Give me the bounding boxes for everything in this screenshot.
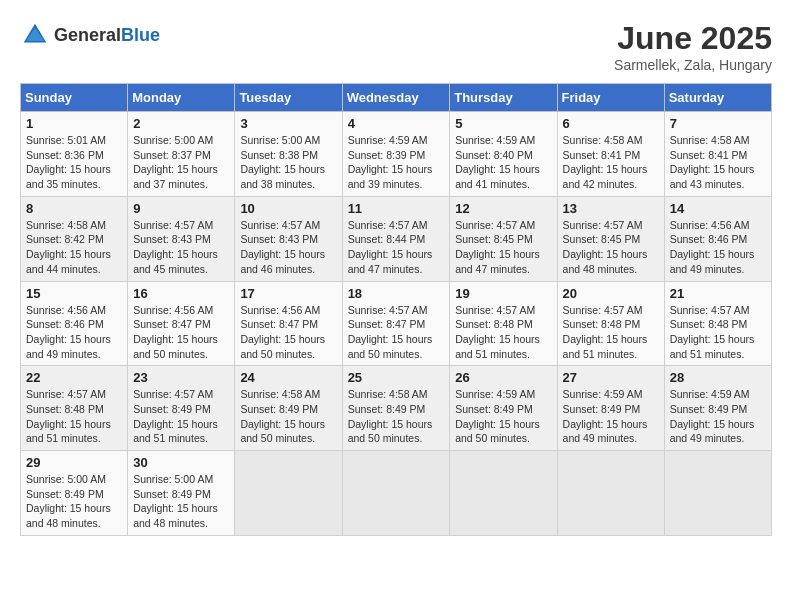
calendar-day-cell: 12 Sunrise: 4:57 AM Sunset: 8:45 PM Dayl… xyxy=(450,196,557,281)
day-number: 15 xyxy=(26,286,122,301)
month-title: June 2025 xyxy=(614,20,772,57)
day-of-week-header: Sunday xyxy=(21,84,128,112)
day-number: 1 xyxy=(26,116,122,131)
day-of-week-header: Thursday xyxy=(450,84,557,112)
day-info: Sunrise: 4:57 AM Sunset: 8:44 PM Dayligh… xyxy=(348,218,445,277)
calendar-day-cell: 11 Sunrise: 4:57 AM Sunset: 8:44 PM Dayl… xyxy=(342,196,450,281)
day-info: Sunrise: 4:56 AM Sunset: 8:46 PM Dayligh… xyxy=(670,218,766,277)
calendar-day-cell: 9 Sunrise: 4:57 AM Sunset: 8:43 PM Dayli… xyxy=(128,196,235,281)
calendar-day-cell xyxy=(342,451,450,536)
day-number: 21 xyxy=(670,286,766,301)
day-info: Sunrise: 5:00 AM Sunset: 8:49 PM Dayligh… xyxy=(133,472,229,531)
calendar-day-cell: 3 Sunrise: 5:00 AM Sunset: 8:38 PM Dayli… xyxy=(235,112,342,197)
day-number: 5 xyxy=(455,116,551,131)
day-of-week-header: Monday xyxy=(128,84,235,112)
logo-icon xyxy=(20,20,50,50)
day-number: 18 xyxy=(348,286,445,301)
day-info: Sunrise: 4:57 AM Sunset: 8:48 PM Dayligh… xyxy=(26,387,122,446)
calendar-day-cell: 29 Sunrise: 5:00 AM Sunset: 8:49 PM Dayl… xyxy=(21,451,128,536)
day-info: Sunrise: 5:00 AM Sunset: 8:49 PM Dayligh… xyxy=(26,472,122,531)
day-number: 14 xyxy=(670,201,766,216)
day-info: Sunrise: 4:59 AM Sunset: 8:39 PM Dayligh… xyxy=(348,133,445,192)
calendar-day-cell: 20 Sunrise: 4:57 AM Sunset: 8:48 PM Dayl… xyxy=(557,281,664,366)
day-number: 27 xyxy=(563,370,659,385)
day-info: Sunrise: 5:01 AM Sunset: 8:36 PM Dayligh… xyxy=(26,133,122,192)
calendar-day-cell: 10 Sunrise: 4:57 AM Sunset: 8:43 PM Dayl… xyxy=(235,196,342,281)
calendar-day-cell: 4 Sunrise: 4:59 AM Sunset: 8:39 PM Dayli… xyxy=(342,112,450,197)
day-number: 20 xyxy=(563,286,659,301)
calendar-day-cell xyxy=(664,451,771,536)
day-number: 4 xyxy=(348,116,445,131)
day-info: Sunrise: 4:57 AM Sunset: 8:47 PM Dayligh… xyxy=(348,303,445,362)
day-number: 29 xyxy=(26,455,122,470)
calendar-week-row: 15 Sunrise: 4:56 AM Sunset: 8:46 PM Dayl… xyxy=(21,281,772,366)
day-info: Sunrise: 4:56 AM Sunset: 8:46 PM Dayligh… xyxy=(26,303,122,362)
day-info: Sunrise: 4:59 AM Sunset: 8:40 PM Dayligh… xyxy=(455,133,551,192)
calendar-day-cell: 13 Sunrise: 4:57 AM Sunset: 8:45 PM Dayl… xyxy=(557,196,664,281)
day-number: 22 xyxy=(26,370,122,385)
calendar-day-cell: 14 Sunrise: 4:56 AM Sunset: 8:46 PM Dayl… xyxy=(664,196,771,281)
calendar-header-row: SundayMondayTuesdayWednesdayThursdayFrid… xyxy=(21,84,772,112)
calendar-day-cell: 8 Sunrise: 4:58 AM Sunset: 8:42 PM Dayli… xyxy=(21,196,128,281)
calendar-day-cell: 6 Sunrise: 4:58 AM Sunset: 8:41 PM Dayli… xyxy=(557,112,664,197)
calendar-day-cell: 15 Sunrise: 4:56 AM Sunset: 8:46 PM Dayl… xyxy=(21,281,128,366)
title-area: June 2025 Sarmellek, Zala, Hungary xyxy=(614,20,772,73)
calendar-day-cell: 21 Sunrise: 4:57 AM Sunset: 8:48 PM Dayl… xyxy=(664,281,771,366)
day-of-week-header: Tuesday xyxy=(235,84,342,112)
logo-text-general: General xyxy=(54,25,121,45)
day-number: 2 xyxy=(133,116,229,131)
day-number: 12 xyxy=(455,201,551,216)
day-number: 11 xyxy=(348,201,445,216)
calendar-day-cell: 23 Sunrise: 4:57 AM Sunset: 8:49 PM Dayl… xyxy=(128,366,235,451)
day-number: 9 xyxy=(133,201,229,216)
calendar-week-row: 29 Sunrise: 5:00 AM Sunset: 8:49 PM Dayl… xyxy=(21,451,772,536)
day-number: 24 xyxy=(240,370,336,385)
day-number: 28 xyxy=(670,370,766,385)
day-info: Sunrise: 4:58 AM Sunset: 8:41 PM Dayligh… xyxy=(670,133,766,192)
logo-text-blue: Blue xyxy=(121,25,160,45)
day-of-week-header: Friday xyxy=(557,84,664,112)
day-info: Sunrise: 5:00 AM Sunset: 8:37 PM Dayligh… xyxy=(133,133,229,192)
day-info: Sunrise: 4:58 AM Sunset: 8:49 PM Dayligh… xyxy=(240,387,336,446)
day-number: 19 xyxy=(455,286,551,301)
calendar-week-row: 22 Sunrise: 4:57 AM Sunset: 8:48 PM Dayl… xyxy=(21,366,772,451)
day-info: Sunrise: 4:57 AM Sunset: 8:48 PM Dayligh… xyxy=(563,303,659,362)
day-number: 8 xyxy=(26,201,122,216)
day-number: 30 xyxy=(133,455,229,470)
day-info: Sunrise: 4:56 AM Sunset: 8:47 PM Dayligh… xyxy=(240,303,336,362)
page-header: GeneralBlue June 2025 Sarmellek, Zala, H… xyxy=(20,20,772,73)
day-info: Sunrise: 4:59 AM Sunset: 8:49 PM Dayligh… xyxy=(455,387,551,446)
calendar-day-cell: 27 Sunrise: 4:59 AM Sunset: 8:49 PM Dayl… xyxy=(557,366,664,451)
day-info: Sunrise: 4:57 AM Sunset: 8:49 PM Dayligh… xyxy=(133,387,229,446)
day-info: Sunrise: 4:57 AM Sunset: 8:43 PM Dayligh… xyxy=(133,218,229,277)
calendar-day-cell xyxy=(450,451,557,536)
calendar-day-cell: 25 Sunrise: 4:58 AM Sunset: 8:49 PM Dayl… xyxy=(342,366,450,451)
day-number: 10 xyxy=(240,201,336,216)
day-info: Sunrise: 4:57 AM Sunset: 8:43 PM Dayligh… xyxy=(240,218,336,277)
calendar-day-cell: 22 Sunrise: 4:57 AM Sunset: 8:48 PM Dayl… xyxy=(21,366,128,451)
calendar-day-cell: 2 Sunrise: 5:00 AM Sunset: 8:37 PM Dayli… xyxy=(128,112,235,197)
day-number: 13 xyxy=(563,201,659,216)
calendar-day-cell: 30 Sunrise: 5:00 AM Sunset: 8:49 PM Dayl… xyxy=(128,451,235,536)
calendar-day-cell: 19 Sunrise: 4:57 AM Sunset: 8:48 PM Dayl… xyxy=(450,281,557,366)
day-info: Sunrise: 4:57 AM Sunset: 8:45 PM Dayligh… xyxy=(563,218,659,277)
day-number: 6 xyxy=(563,116,659,131)
calendar-day-cell: 24 Sunrise: 4:58 AM Sunset: 8:49 PM Dayl… xyxy=(235,366,342,451)
day-info: Sunrise: 4:59 AM Sunset: 8:49 PM Dayligh… xyxy=(670,387,766,446)
day-number: 25 xyxy=(348,370,445,385)
calendar-week-row: 1 Sunrise: 5:01 AM Sunset: 8:36 PM Dayli… xyxy=(21,112,772,197)
day-of-week-header: Wednesday xyxy=(342,84,450,112)
location: Sarmellek, Zala, Hungary xyxy=(614,57,772,73)
day-info: Sunrise: 4:58 AM Sunset: 8:49 PM Dayligh… xyxy=(348,387,445,446)
day-info: Sunrise: 4:57 AM Sunset: 8:48 PM Dayligh… xyxy=(670,303,766,362)
calendar-day-cell xyxy=(235,451,342,536)
calendar-day-cell: 28 Sunrise: 4:59 AM Sunset: 8:49 PM Dayl… xyxy=(664,366,771,451)
calendar-table: SundayMondayTuesdayWednesdayThursdayFrid… xyxy=(20,83,772,536)
day-number: 16 xyxy=(133,286,229,301)
day-number: 26 xyxy=(455,370,551,385)
calendar-day-cell: 26 Sunrise: 4:59 AM Sunset: 8:49 PM Dayl… xyxy=(450,366,557,451)
day-number: 3 xyxy=(240,116,336,131)
calendar-day-cell: 17 Sunrise: 4:56 AM Sunset: 8:47 PM Dayl… xyxy=(235,281,342,366)
day-number: 17 xyxy=(240,286,336,301)
calendar-day-cell: 16 Sunrise: 4:56 AM Sunset: 8:47 PM Dayl… xyxy=(128,281,235,366)
